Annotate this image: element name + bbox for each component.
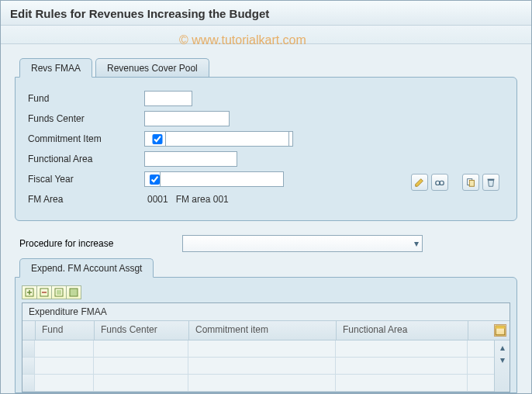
table-settings-icon [495, 325, 506, 336]
delete-row-icon [40, 288, 49, 297]
commitment-item-input[interactable] [165, 131, 289, 147]
fund-label: Fund [28, 93, 144, 104]
scroll-up-icon[interactable]: ▴ [497, 342, 508, 353]
scroll-down-icon[interactable]: ▾ [497, 354, 508, 365]
delete-row-button[interactable] [36, 285, 52, 299]
expend-panel: Expenditure FMAA Fund Funds Center Commi… [15, 277, 517, 393]
grid-corner[interactable] [22, 321, 36, 340]
table-row[interactable] [22, 340, 494, 358]
display-button[interactable] [431, 174, 448, 191]
app-toolbar [1, 26, 531, 44]
commitment-item-label: Commitment Item [28, 133, 144, 144]
fiscal-year-checkbox[interactable] [150, 175, 160, 185]
pencil-icon [414, 177, 425, 188]
chevron-down-icon: ▾ [414, 238, 419, 249]
fiscal-year-label: Fiscal Year [28, 174, 144, 185]
svg-rect-11 [496, 326, 505, 329]
trash-icon [485, 177, 496, 188]
fiscal-year-input[interactable] [160, 171, 284, 187]
procedure-label: Procedure for increase [19, 238, 182, 249]
functional-area-label: Functional Area [28, 154, 144, 164]
col-functional-area[interactable]: Functional Area [337, 321, 468, 340]
tab-expend-fm-account[interactable]: Expend. FM Account Assgt [19, 258, 154, 278]
col-commitment-item[interactable]: Commitment item [189, 321, 337, 340]
copy-icon [465, 177, 476, 188]
funds-center-input[interactable] [144, 111, 230, 126]
copy-button[interactable] [462, 174, 479, 191]
select-all-button[interactable] [66, 285, 81, 299]
procedure-dropdown[interactable]: ▾ [182, 235, 423, 252]
funds-center-label: Funds Center [28, 113, 144, 124]
svg-rect-4 [488, 179, 495, 181]
commitment-item-checkbox[interactable] [150, 134, 165, 144]
table-row[interactable] [22, 375, 494, 392]
col-funds-center[interactable]: Funds Center [95, 321, 189, 340]
svg-rect-9 [70, 289, 78, 296]
fm-area-desc: FM area 001 [176, 194, 229, 205]
fm-area-label: FM Area [28, 194, 144, 205]
svg-point-1 [440, 181, 444, 185]
tab-revs-fmaa[interactable]: Revs FMAA [19, 58, 92, 78]
page-title: Edit Rules for Revenues Increasing the B… [1, 1, 531, 26]
edit-button[interactable] [411, 174, 428, 191]
grid-title: Expenditure FMAA [22, 303, 510, 321]
svg-rect-3 [469, 180, 474, 186]
glasses-icon [434, 177, 445, 188]
svg-point-0 [436, 181, 440, 185]
functional-area-input[interactable] [144, 151, 237, 167]
col-fund[interactable]: Fund [36, 321, 95, 340]
grid-settings-button[interactable] [494, 324, 506, 337]
insert-row-button[interactable] [22, 285, 37, 299]
insert-row-icon [25, 288, 34, 297]
table-row[interactable] [22, 358, 494, 375]
copy-row-button[interactable] [51, 285, 67, 299]
revs-fmaa-panel: Fund Funds Center Commitment Item Functi… [15, 77, 517, 221]
tab-revenues-cover-pool[interactable]: Revenues Cover Pool [95, 58, 209, 78]
select-all-icon [69, 288, 78, 297]
svg-rect-8 [57, 290, 61, 295]
delete-button[interactable] [482, 174, 499, 191]
grid-vscroll[interactable]: ▴ ▾ [494, 340, 510, 392]
copy-row-icon [54, 288, 64, 297]
fm-area-code: 0001 [147, 194, 168, 205]
fund-input[interactable] [144, 91, 192, 106]
expenditure-grid: Expenditure FMAA Fund Funds Center Commi… [22, 302, 510, 392]
